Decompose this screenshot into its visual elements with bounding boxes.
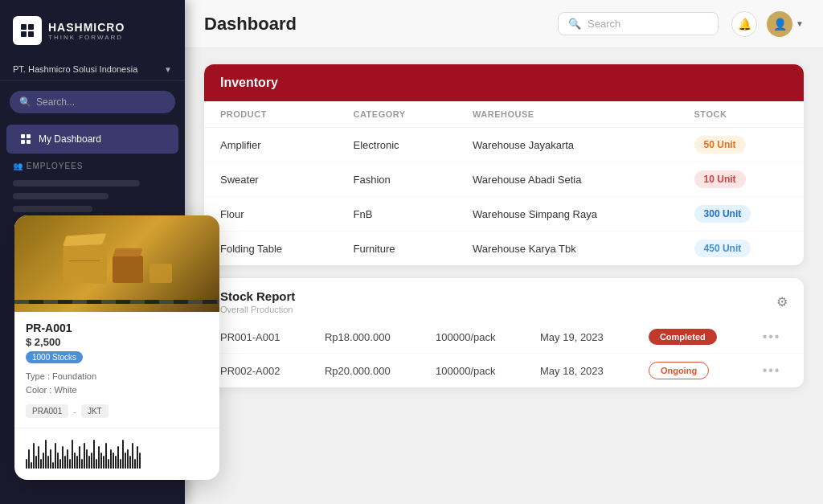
sidebar-search-input[interactable] [36,96,166,108]
tag-separator: - [73,407,76,416]
inv-product: Folding Table [204,232,338,266]
inventory-row: Amplifier Electronic Warehouse Jayakarta… [204,128,804,162]
barcode-bar [31,462,32,469]
stock-report-header: Stock Report Overall Production ⚙ [204,278,804,321]
status-badge: Completed [649,329,717,345]
barcode-bar [91,453,92,469]
stock-report-title: Stock Report [220,289,295,303]
barcode-bar [47,456,49,469]
more-dots-icon[interactable]: ••• [763,363,781,377]
stock-qty: 100000/pack [420,354,524,388]
inventory-card: Inventory PRODUCT CATEGORY WAREHOUSE STO… [204,64,804,265]
barcode-bar [108,459,109,469]
barcode-bar [57,453,59,469]
stock-more[interactable]: ••• [747,354,804,388]
chevron-down-icon: ▼ [164,65,172,74]
barcode-bar [129,456,131,469]
avatar[interactable]: 👤 [767,11,792,37]
stock-status: Ongoing [633,354,747,388]
barcode-bar [134,459,136,469]
dashboard-label: My Dashboard [39,133,101,145]
search-input[interactable] [588,18,708,30]
stock-report-title-group: Stock Report Overall Production [220,289,295,314]
filter-icon[interactable]: ⚙ [776,294,788,309]
barcode-bar [100,453,102,469]
inv-stock: 300 Unit [678,197,804,232]
barcode-bar [125,453,126,469]
barcode-bar [28,449,30,469]
inv-product: Flour [204,197,338,232]
col-product: PRODUCT [204,101,338,128]
barcode-bar [137,446,138,469]
barcode-bar [67,449,68,469]
floating-product-card: PR-A001 $ 2,500 1000 Stocks Type : Found… [14,215,219,480]
barcode-bar [26,459,27,469]
barcode-bar [69,459,71,469]
avatar-group[interactable]: 👤 ▼ [767,11,804,37]
barcode-bar [113,453,114,469]
stock-badge: 50 Unit [694,136,746,154]
svg-rect-0 [21,24,27,30]
barcode-bar [81,459,83,469]
barcode-bar [96,459,97,469]
floating-type: Type : Foundation [26,370,208,384]
floating-tags: PRA001 - JKT [26,404,208,418]
inventory-title: Inventory [220,76,278,89]
stock-id: PR002-A002 [204,354,309,388]
stock-amount: Rp18.000.000 [309,321,420,354]
floating-card-body: PR-A001 $ 2,500 1000 Stocks Type : Found… [14,312,219,428]
stock-more[interactable]: ••• [747,321,804,354]
svg-rect-5 [27,134,31,138]
stock-report-subtitle: Overall Production [220,305,295,314]
inv-product: Amplifier [204,128,338,162]
company-selector[interactable]: PT. Hashmicro Solusi Indonesia ▼ [0,58,185,81]
placeholder-bar-3 [13,206,92,212]
barcode-bar [38,446,39,469]
sidebar-item-dashboard[interactable]: My Dashboard [6,125,178,154]
stock-badge: 450 Unit [694,240,751,257]
logo-main-text: HASHMICRO [48,21,125,34]
sidebar-logo: HASHMICRO THINK FORWARD [0,0,185,58]
stock-date: May 19, 2023 [524,321,633,354]
dashboard-icon [19,133,32,145]
barcode-bar [72,440,73,469]
inv-warehouse: Warehouse Simpang Raya [457,197,678,232]
svg-rect-1 [28,24,34,30]
placeholder-bar-1 [13,180,140,186]
stock-date: May 18, 2023 [524,354,633,388]
sidebar-search[interactable]: 🔍 [10,91,175,113]
inv-category: FnB [338,197,457,232]
company-name: PT. Hashmicro Solusi Indonesia [13,64,137,74]
bell-button[interactable]: 🔔 [731,11,757,37]
inv-product: Sweater [204,162,338,197]
stock-report-card: Stock Report Overall Production ⚙ PR001-… [204,278,804,387]
barcode-bar [122,440,124,469]
barcode-bar [93,440,95,469]
sidebar-placeholder-bars [0,174,185,219]
employees-icon: 👥 [13,162,27,170]
status-badge: Ongoing [649,362,709,379]
barcode-bar [86,449,88,469]
barcode-bar [117,446,119,469]
svg-rect-7 [27,140,31,144]
employees-label: EMPLOYEES [27,162,84,170]
topbar: Dashboard 🔍 🔔 👤 ▼ [185,0,823,48]
more-dots-icon[interactable]: ••• [763,330,781,343]
stock-amount: Rp20.000.000 [309,354,420,388]
search-bar[interactable]: 🔍 [558,12,719,35]
floating-price: $ 2,500 [26,336,208,348]
floating-tag-1: PRA001 [26,404,68,418]
barcode-bar [103,456,104,469]
barcode-bar [62,446,63,469]
col-warehouse: WAREHOUSE [457,101,678,128]
topbar-actions: 🔔 👤 ▼ [731,11,804,37]
stock-row: PR001-A001 Rp18.000.000 100000/pack May … [204,321,804,354]
barcode-bar [84,443,85,469]
inv-category: Furniture [338,232,457,266]
barcode-visual [26,436,208,469]
barcode-bar [33,443,35,469]
placeholder-bar-2 [13,193,109,199]
inv-stock: 450 Unit [678,232,804,266]
col-category: CATEGORY [338,101,457,128]
stock-badge: 10 Unit [694,170,746,188]
